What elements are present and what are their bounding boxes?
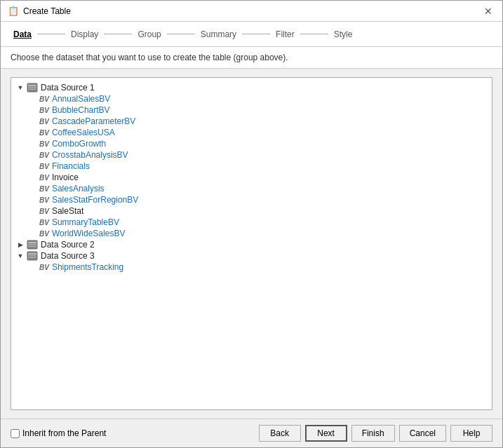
title-bar: 📋 Create Table ✕ [1, 1, 502, 22]
ds2-label: Data Source 2 [41, 240, 95, 250]
tab-line-5 [300, 34, 328, 34]
svg-rect-5 [28, 242, 36, 243]
tab-line-3 [167, 34, 195, 34]
svg-rect-11 [28, 257, 36, 259]
title-bar-left: 📋 Create Table [8, 6, 71, 16]
svg-rect-10 [28, 255, 36, 257]
inherit-label: Inherit from the Parent [22, 428, 106, 438]
ds1-4-label: CoffeeSalesUSA [52, 128, 115, 137]
close-button[interactable]: ✕ [481, 6, 495, 16]
tab-filter[interactable]: Filter [270, 29, 300, 39]
create-table-dialog: 📋 Create Table ✕ Data Display Group Summ… [0, 0, 503, 448]
expand-arrow-ds1: ▼ [15, 83, 25, 93]
tree-container[interactable]: ▼ Data Source 1 BV AnnualSalesBV [11, 77, 492, 410]
datasource-icon-ds1 [27, 83, 38, 93]
help-button[interactable]: Help [450, 425, 492, 442]
ds1-6-label: CrosstabAnalysisBV [52, 150, 128, 160]
inherit-checkbox[interactable] [11, 429, 20, 438]
svg-rect-3 [28, 89, 36, 90]
tree-node-ds1-1[interactable]: BV AnnualSalesBV [11, 93, 492, 104]
footer-left: Inherit from the Parent [11, 428, 106, 438]
svg-rect-7 [28, 246, 36, 247]
ds1-9-label: SalesAnalysis [52, 184, 105, 194]
inherit-checkbox-wrap[interactable]: Inherit from the Parent [11, 428, 106, 438]
wizard-tabs: Data Display Group Summary Filter Style [1, 22, 502, 47]
tree-node-ds3-1[interactable]: BV ShipmentsTracking [11, 262, 492, 273]
tab-style[interactable]: Style [328, 29, 358, 39]
tree-node-ds1[interactable]: ▼ Data Source 1 [11, 82, 492, 93]
tree-node-ds1-2[interactable]: BV BubbleChartBV [11, 104, 492, 116]
ds1-2-label: BubbleChartBV [52, 105, 110, 115]
back-button[interactable]: Back [259, 425, 301, 442]
svg-rect-6 [28, 244, 36, 245]
ds1-5-label: ComboGrowth [52, 139, 106, 149]
ds1-8-label: Invoice [52, 172, 79, 182]
tree-node-ds1-3[interactable]: BV CascadeParameterBV [11, 116, 492, 127]
content-area: ▼ Data Source 1 BV AnnualSalesBV [1, 69, 502, 419]
tree-node-ds1-10[interactable]: BV SalesStatForRegionBV [11, 194, 492, 205]
tree-node-ds1-11[interactable]: BV SaleStat [11, 205, 492, 217]
svg-rect-9 [28, 253, 36, 254]
tree-node-ds1-4[interactable]: BV CoffeeSalesUSA [11, 127, 492, 138]
tree-node-ds1-6[interactable]: BV CrosstabAnalysisBV [11, 149, 492, 161]
dialog-title: Create Table [23, 6, 71, 16]
tree-node-ds3[interactable]: ▼ Data Source 3 [11, 250, 492, 262]
tab-line-4 [242, 34, 270, 34]
ds3-label: Data Source 3 [41, 251, 95, 261]
ds1-label: Data Source 1 [41, 83, 95, 93]
cancel-button[interactable]: Cancel [399, 425, 446, 442]
ds1-13-label: WorldWideSalesBV [52, 229, 125, 238]
ds1-11-label: SaleStat [52, 206, 83, 216]
tab-data[interactable]: Data [8, 29, 37, 39]
ds1-3-label: CascadeParameterBV [52, 116, 135, 126]
ds1-12-label: SummaryTableBV [52, 217, 119, 227]
datasource-icon-ds3 [27, 251, 38, 261]
tab-line-2 [104, 34, 132, 34]
tree-node-ds2[interactable]: ▶ Data Source 2 [11, 239, 492, 250]
tree-node-ds1-9[interactable]: BV SalesAnalysis [11, 183, 492, 194]
tab-summary[interactable]: Summary [195, 29, 242, 39]
ds1-1-label: AnnualSalesBV [52, 94, 110, 104]
tree-node-ds1-7[interactable]: BV Financials [11, 161, 492, 172]
finish-button[interactable]: Finish [351, 425, 395, 442]
expand-arrow-ds2: ▶ [15, 240, 25, 250]
dialog-icon: 📋 [8, 6, 19, 16]
datasource-icon-ds2 [27, 240, 38, 250]
footer: Inherit from the Parent Back Next Finish… [1, 419, 502, 447]
ds3-1-label: ShipmentsTracking [52, 262, 123, 272]
ds1-10-label: SalesStatForRegionBV [52, 195, 138, 205]
tree-node-ds1-12[interactable]: BV SummaryTableBV [11, 217, 492, 228]
tree-node-ds1-5[interactable]: BV ComboGrowth [11, 138, 492, 149]
tab-group[interactable]: Group [132, 29, 166, 39]
ds1-7-label: Financials [52, 161, 90, 171]
svg-rect-2 [28, 87, 36, 88]
description-text: Choose the dataset that you want to use … [1, 47, 502, 69]
tree-node-ds1-13[interactable]: BV WorldWideSalesBV [11, 228, 492, 239]
tab-line-1 [37, 34, 65, 34]
tab-display[interactable]: Display [65, 29, 104, 39]
expand-arrow-ds3: ▼ [15, 251, 25, 261]
svg-rect-1 [28, 85, 36, 86]
footer-right: Back Next Finish Cancel Help [259, 425, 492, 442]
tree-node-ds1-8[interactable]: BV Invoice [11, 172, 492, 183]
next-button[interactable]: Next [305, 425, 347, 442]
